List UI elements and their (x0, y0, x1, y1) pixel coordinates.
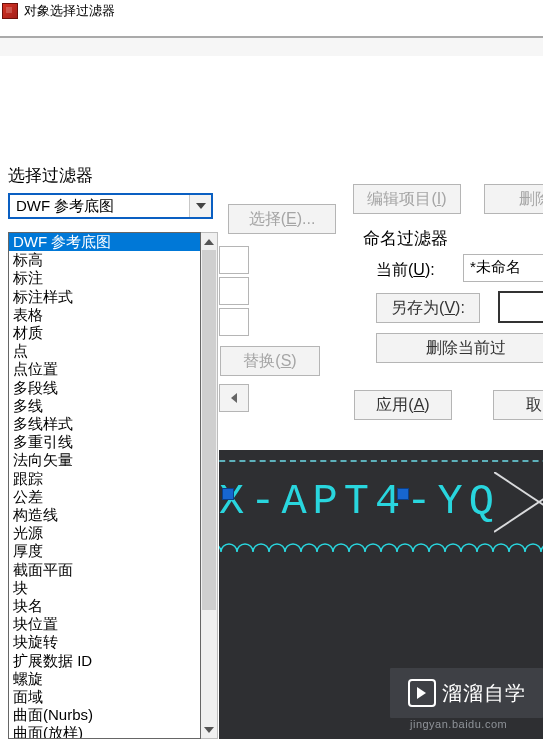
dropdown-option[interactable]: 点 (9, 342, 200, 360)
dropdown-option[interactable]: DWF 参考底图 (9, 233, 200, 251)
save-as-input[interactable] (498, 291, 543, 323)
dropdown-option[interactable]: 面域 (9, 688, 200, 706)
select-button[interactable]: 选择(E)... (228, 204, 336, 234)
cad-dashed-line (219, 460, 543, 462)
chevron-down-icon (204, 727, 214, 733)
chevron-down-icon (196, 203, 206, 209)
scroll-down-button[interactable] (201, 721, 217, 738)
cancel-button[interactable]: 取 (493, 390, 543, 420)
dropdown-option[interactable]: 光源 (9, 524, 200, 542)
chevron-up-icon (204, 239, 214, 245)
dropdown-option[interactable]: 厚度 (9, 542, 200, 560)
dropdown-option[interactable]: 曲面(Nurbs) (9, 706, 200, 724)
dropdown-option[interactable]: 材质 (9, 324, 200, 342)
window-title: 对象选择过滤器 (24, 2, 115, 20)
filter-combobox[interactable]: DWF 参考底图 (8, 193, 213, 219)
filter-combobox-value: DWF 参考底图 (10, 197, 189, 216)
dropdown-option[interactable]: 法向矢量 (9, 451, 200, 469)
scroll-left-button[interactable] (219, 384, 249, 412)
filter-field-2[interactable] (219, 277, 249, 305)
dropdown-option[interactable]: 曲面(放样) (9, 724, 200, 739)
play-icon (408, 679, 436, 707)
scroll-up-button[interactable] (201, 233, 217, 250)
current-filter-value[interactable]: *未命名 (463, 254, 543, 282)
dropdown-option[interactable]: 多段线 (9, 379, 200, 397)
chevron-left-icon (231, 393, 237, 403)
filter-combobox-toggle[interactable] (189, 195, 211, 217)
delete-button[interactable]: 删除 (484, 184, 543, 214)
dropdown-option[interactable]: 表格 (9, 306, 200, 324)
scroll-thumb[interactable] (202, 250, 216, 610)
watermark-text: 溜溜自学 (442, 680, 526, 707)
filter-value-fields (219, 246, 249, 339)
dropdown-option[interactable]: 截面平面 (9, 561, 200, 579)
filter-field-1[interactable] (219, 246, 249, 274)
cad-text-label: X-APT4-YQ (219, 478, 500, 526)
dropdown-option[interactable]: 标注样式 (9, 288, 200, 306)
replace-button[interactable]: 替换(S) (220, 346, 320, 376)
dropdown-option[interactable]: 构造线 (9, 506, 200, 524)
dropdown-option[interactable]: 标注 (9, 269, 200, 287)
dropdown-scrollbar[interactable] (201, 232, 218, 739)
edit-item-button[interactable]: 编辑项目(I) (353, 184, 461, 214)
dropdown-option[interactable]: 多线样式 (9, 415, 200, 433)
app-icon (2, 3, 18, 19)
dropdown-option[interactable]: 块旋转 (9, 633, 200, 651)
save-as-button[interactable]: 另存为(V): (376, 293, 480, 323)
svg-line-1 (494, 472, 543, 532)
filter-field-3[interactable] (219, 308, 249, 336)
dropdown-option[interactable]: 多线 (9, 397, 200, 415)
dropdown-option[interactable]: 跟踪 (9, 470, 200, 488)
cad-grip-handle[interactable] (222, 488, 234, 500)
dropdown-option[interactable]: 块 (9, 579, 200, 597)
current-label: 当前(U): (376, 260, 435, 281)
named-filter-label: 命名过滤器 (363, 227, 448, 250)
cad-grip-handle[interactable] (397, 488, 409, 500)
dropdown-option[interactable]: 螺旋 (9, 670, 200, 688)
filter-dropdown-list[interactable]: DWF 参考底图标高标注标注样式表格材质点点位置多段线多线多线样式多重引线法向矢… (8, 232, 201, 739)
dropdown-option[interactable]: 点位置 (9, 360, 200, 378)
delete-current-filter-button[interactable]: 删除当前过 (376, 333, 543, 363)
dropdown-option[interactable]: 公差 (9, 488, 200, 506)
dropdown-option[interactable]: 多重引线 (9, 433, 200, 451)
panel-header (0, 36, 543, 56)
select-filter-label: 选择过滤器 (8, 164, 543, 187)
dropdown-option[interactable]: 块位置 (9, 615, 200, 633)
watermark-badge: 溜溜自学 (390, 668, 543, 718)
filter-dropdown[interactable]: DWF 参考底图标高标注标注样式表格材质点点位置多段线多线多线样式多重引线法向矢… (8, 232, 218, 739)
apply-button[interactable]: 应用(A) (354, 390, 452, 420)
dropdown-option[interactable]: 块名 (9, 597, 200, 615)
cad-diagonal-line (494, 472, 543, 562)
dropdown-option[interactable]: 标高 (9, 251, 200, 269)
dropdown-option[interactable]: 扩展数据 ID (9, 652, 200, 670)
watermark-url: jingyan.baidu.com (410, 718, 507, 730)
svg-line-0 (494, 472, 543, 532)
